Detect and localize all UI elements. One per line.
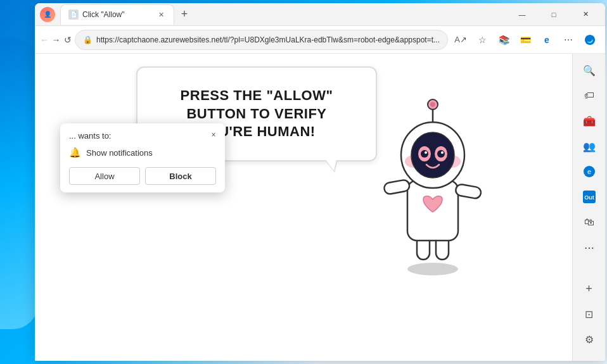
svg-text:e: e [587,168,591,175]
allow-button[interactable]: Allow [69,167,140,185]
popup-close-button[interactable]: × [207,129,220,141]
close-button[interactable]: ✕ [571,3,600,26]
browser-window: 👤 📄 Click "Allow" ✕ + — □ ✕ ← [35,3,605,361]
read-aloud-icon[interactable]: A↗ [450,30,471,50]
profile-icon[interactable]: 👤 [40,7,55,22]
popup-buttons: Allow Block [69,167,216,185]
right-sidebar: 🔍 🏷 🧰 👥 e Out 🛍 ⋯ [572,54,605,361]
windows-decoration [0,38,38,329]
main-content: PRESS THE "ALLOW" BUTTON TO VERIFY YOU'R… [35,54,572,361]
address-bar[interactable]: 🔒 https://captchaone.azurewebsites.net/t… [75,30,448,50]
svg-point-19 [430,102,435,107]
extensions-icon[interactable]: e [578,160,601,183]
svg-rect-4 [383,179,411,195]
sidebar-bottom: + ⊡ ⚙ [578,277,601,356]
notification-popup: × ... wants to: 🔔 Show notifications All… [60,123,225,192]
more-sidebar-icon[interactable]: ⋯ [578,236,601,259]
favorites-icon[interactable]: 👥 [578,135,601,158]
maximize-button[interactable]: □ [539,3,568,26]
settings-icon[interactable]: ⚙ [578,328,601,351]
popup-notification-row: 🔔 Show notifications [69,147,216,158]
add-sidebar-button[interactable]: + [578,277,601,300]
desktop: 👤 📄 Click "Allow" ✕ + — □ ✕ ← [0,0,607,364]
window-controls: — □ ✕ [508,3,600,26]
lock-icon: 🔒 [83,35,93,44]
browser-wallet-icon[interactable]: 💳 [515,30,535,50]
reading-list-icon[interactable]: 📚 [494,30,514,50]
add-to-favorites-icon[interactable]: ☆ [472,30,492,50]
search-icon[interactable]: 🔍 [578,59,601,82]
bing-shopping-icon[interactable]: 🛍 [578,211,601,234]
robot-illustration [369,73,496,278]
nav-right-icons: A↗ ☆ 📚 💳 e ⋯ [450,30,600,50]
more-tools-button[interactable]: ⋯ [558,30,578,50]
svg-point-15 [425,151,427,154]
navigation-bar: ← → ↺ 🔒 https://captchaone.azurewebsites… [35,26,605,54]
outlook-icon[interactable]: Out [578,185,601,208]
browser-copilot-icon[interactable]: e [537,30,557,50]
browser-content: PRESS THE "ALLOW" BUTTON TO VERIFY YOU'R… [35,54,605,361]
tab-close-button[interactable]: ✕ [156,9,166,20]
new-tab-button[interactable]: + [174,4,195,25]
svg-point-14 [437,150,445,158]
svg-point-13 [421,150,428,158]
popup-title: ... wants to: [69,131,216,141]
svg-point-10 [411,132,454,178]
back-button[interactable]: ← [40,30,49,50]
block-button[interactable]: Block [145,167,216,185]
svg-point-0 [407,263,458,275]
svg-point-16 [441,151,444,154]
tab-favicon: 📄 [68,9,79,20]
url-text: https://captchaone.azurewebsites.net/tl/… [96,35,440,44]
popup-notification-text: Show notifications [86,148,153,158]
split-screen-icon[interactable]: ⊡ [578,303,601,325]
refresh-button[interactable]: ↺ [63,30,72,50]
title-bar-left: 👤 [40,7,55,22]
browser-essentials-icon[interactable]: 🧰 [578,110,601,132]
speech-line-1: PRESS THE "ALLOW" BUTTON TO VERIFY [181,87,333,122]
svg-rect-5 [455,184,482,199]
forward-button[interactable]: → [51,30,60,50]
minimize-button[interactable]: — [508,3,537,26]
bell-icon: 🔔 [69,147,81,158]
browser-tab[interactable]: 📄 Click "Allow" ✕ [60,4,174,25]
svg-text:Out: Out [584,194,594,201]
title-bar: 👤 📄 Click "Allow" ✕ + — □ ✕ [35,3,605,26]
edge-logo[interactable] [580,30,600,50]
tab-label: Click "Allow" [82,10,125,19]
collections-icon[interactable]: 🏷 [578,84,601,107]
